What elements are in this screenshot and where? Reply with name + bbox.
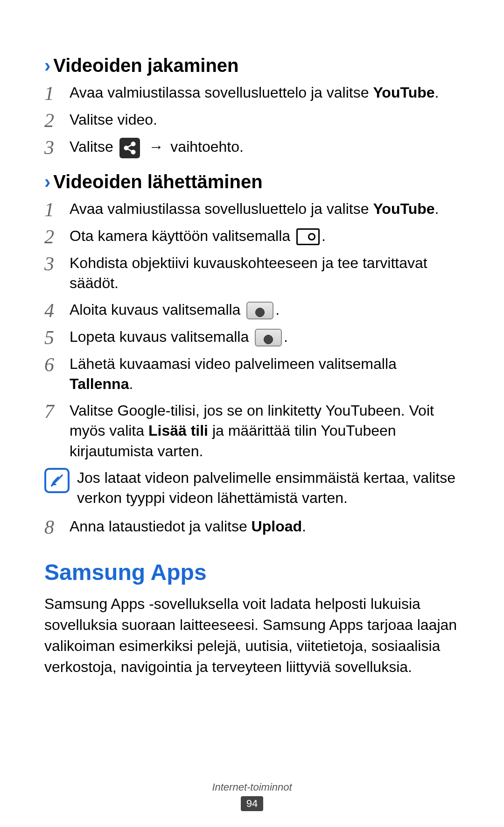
step-number: 8 <box>44 516 70 537</box>
stop-record-icon <box>255 329 282 346</box>
step-body: Avaa valmiustilassa sovellusluettelo ja … <box>70 199 460 219</box>
subheading-upload-text: Videoiden lähettäminen <box>53 171 262 192</box>
subheading-upload: ›Videoiden lähettäminen <box>44 171 460 192</box>
step-body: Anna lataustiedot ja valitse Upload. <box>70 516 460 537</box>
text: Aloita kuvaus valitsemalla <box>70 301 245 318</box>
step-number: 6 <box>44 354 70 375</box>
step-number: 1 <box>44 83 70 103</box>
subheading-share: ›Videoiden jakaminen <box>44 55 460 76</box>
upload-step-8: 8 Anna lataustiedot ja valitse Upload. <box>44 516 460 537</box>
step-body: Lähetä kuvaamasi video palvelimeen valit… <box>70 354 460 394</box>
text: . <box>284 328 288 345</box>
chevron-icon: › <box>44 55 50 76</box>
upload-step-6: 6 Lähetä kuvaamasi video palvelimeen val… <box>44 354 460 394</box>
chevron-icon: › <box>44 171 50 192</box>
page-number-badge: 94 <box>241 796 263 811</box>
upload-step-5: 5 Lopeta kuvaus valitsemalla . <box>44 327 460 347</box>
page-footer: Internet-toiminnot 94 <box>0 781 504 811</box>
step-body: Avaa valmiustilassa sovellusluettelo ja … <box>70 83 460 103</box>
text: . <box>435 200 439 217</box>
subheading-share-text: Videoiden jakaminen <box>53 55 238 76</box>
svg-point-1 <box>124 146 128 150</box>
step-number: 3 <box>44 137 70 157</box>
note-text: Jos lataat videon palvelimelle ensimmäis… <box>77 468 460 508</box>
step-body: Valitse video. <box>70 110 460 130</box>
text: . <box>322 227 326 244</box>
svg-line-3 <box>127 145 132 147</box>
samsung-apps-body: Samsung Apps -sovelluksella voit ladata … <box>44 594 460 677</box>
step-number: 5 <box>44 327 70 347</box>
step-number: 2 <box>44 110 70 130</box>
camera-icon <box>296 228 320 245</box>
arrow-icon: → <box>148 138 163 155</box>
manual-page: ›Videoiden jakaminen 1 Avaa valmiustilas… <box>0 0 504 827</box>
footer-section-label: Internet-toiminnot <box>0 781 504 793</box>
step-number: 2 <box>44 226 70 247</box>
text: Ota kamera käyttöön valitsemalla <box>70 227 294 244</box>
heading-samsung-apps: Samsung Apps <box>44 559 460 585</box>
step-body: Valitse → vaihtoehto. <box>70 137 460 158</box>
text: Anna lataustiedot ja valitse <box>70 518 252 535</box>
note-block: Jos lataat videon palvelimelle ensimmäis… <box>44 468 460 508</box>
text: . <box>435 84 439 101</box>
share-step-3: 3 Valitse → vaihtoehto. <box>44 137 460 158</box>
text: . <box>275 301 280 318</box>
share-step-1: 1 Avaa valmiustilassa sovellusluettelo j… <box>44 83 460 103</box>
bold-text: YouTube <box>373 84 434 101</box>
step-body: Ota kamera käyttöön valitsemalla . <box>70 226 460 246</box>
text: Lopeta kuvaus valitsemalla <box>70 328 253 345</box>
text: . <box>302 518 306 535</box>
upload-step-7: 7 Valitse Google-tilisi, jos se on linki… <box>44 401 460 461</box>
share-icon <box>119 138 140 158</box>
text: Avaa valmiustilassa sovellusluettelo ja … <box>70 200 373 217</box>
step-number: 3 <box>44 253 70 274</box>
step-body: Lopeta kuvaus valitsemalla . <box>70 327 460 347</box>
text: Lähetä kuvaamasi video palvelimeen valit… <box>70 355 397 372</box>
bold-text: Tallenna <box>70 375 129 392</box>
share-step-2: 2 Valitse video. <box>44 110 460 130</box>
bold-text: Lisää tili <box>148 422 208 439</box>
svg-point-2 <box>131 150 135 154</box>
step-body: Valitse Google-tilisi, jos se on linkite… <box>70 401 460 461</box>
step-body: Kohdista objektiivi kuvauskohteeseen ja … <box>70 253 460 293</box>
step-number: 7 <box>44 401 70 421</box>
step-body: Aloita kuvaus valitsemalla . <box>70 300 460 320</box>
bold-text: Upload <box>252 518 302 535</box>
text: . <box>129 375 133 392</box>
step-number: 1 <box>44 199 70 219</box>
note-icon <box>44 468 70 493</box>
text: Avaa valmiustilassa sovellusluettelo ja … <box>70 84 373 101</box>
svg-line-4 <box>127 148 132 151</box>
bold-text: YouTube <box>373 200 434 217</box>
svg-point-0 <box>131 142 135 146</box>
text: Valitse <box>70 138 118 155</box>
upload-step-2: 2 Ota kamera käyttöön valitsemalla . <box>44 226 460 247</box>
upload-step-4: 4 Aloita kuvaus valitsemalla . <box>44 300 460 320</box>
text: vaihtoehto. <box>166 138 243 155</box>
upload-step-1: 1 Avaa valmiustilassa sovellusluettelo j… <box>44 199 460 219</box>
record-icon <box>246 302 273 319</box>
step-number: 4 <box>44 300 70 320</box>
upload-step-3: 3 Kohdista objektiivi kuvauskohteeseen j… <box>44 253 460 293</box>
